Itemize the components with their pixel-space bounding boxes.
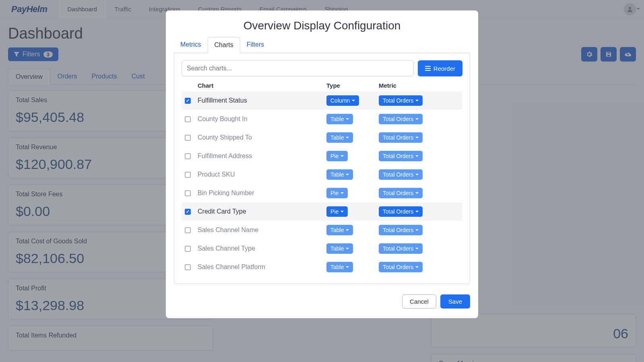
chevron-down-icon: [341, 155, 344, 158]
col-chart: Chart: [198, 82, 326, 89]
chevron-down-icon: [346, 118, 349, 121]
metric-value: Total Orders: [383, 116, 413, 122]
reorder-label: Reorder: [433, 65, 455, 72]
chart-checkbox[interactable]: [185, 116, 191, 122]
cancel-button[interactable]: Cancel: [402, 294, 436, 309]
chart-name: Fulfillment Address: [198, 152, 326, 160]
type-dropdown[interactable]: Column: [326, 95, 359, 106]
chart-name: County Shipped To: [198, 134, 326, 141]
svg-rect-3: [425, 70, 431, 71]
chart-checkbox[interactable]: [185, 190, 191, 196]
chart-checkbox[interactable]: [185, 246, 191, 252]
metric-value: Total Orders: [383, 97, 413, 104]
metric-dropdown[interactable]: Total Orders: [379, 132, 423, 143]
chart-name: Sales Channel Name: [198, 226, 326, 234]
modal-title: Overview Display Configuration: [174, 19, 470, 32]
chevron-down-icon: [415, 100, 419, 103]
type-value: Pie: [330, 190, 339, 196]
metric-dropdown[interactable]: Total Orders: [379, 243, 423, 254]
save-button[interactable]: Save: [440, 294, 470, 309]
type-value: Pie: [330, 208, 339, 215]
type-dropdown[interactable]: Pie: [326, 188, 348, 198]
chart-checkbox[interactable]: [185, 209, 191, 215]
chart-name: Credit Card Type: [198, 208, 326, 215]
chart-checkbox[interactable]: [185, 98, 191, 104]
modal-footer: Cancel Save: [174, 294, 470, 309]
chevron-down-icon: [415, 229, 419, 232]
metric-dropdown[interactable]: Total Orders: [379, 95, 423, 106]
chart-checkbox[interactable]: [185, 227, 191, 233]
chart-row: Fulfillment AddressPieTotal Orders: [182, 147, 462, 165]
chart-row: County Bought InTableTotal Orders: [182, 110, 462, 128]
modal-tab-charts[interactable]: Charts: [208, 37, 240, 53]
type-dropdown[interactable]: Table: [326, 169, 353, 180]
type-value: Table: [330, 264, 344, 270]
chart-name: Product SKU: [198, 171, 326, 178]
col-type: Type: [326, 82, 379, 89]
chevron-down-icon: [346, 248, 349, 251]
chart-row: Product SKUTableTotal Orders: [182, 165, 462, 184]
chart-row: Sales Channel PlatformTableTotal Orders: [182, 258, 462, 276]
chart-name: County Bought In: [198, 115, 326, 123]
modal-overlay[interactable]: Overview Display Configuration MetricsCh…: [0, 0, 644, 362]
type-dropdown[interactable]: Table: [326, 114, 353, 124]
chart-row: County Shipped ToTableTotal Orders: [182, 128, 462, 147]
svg-rect-1: [425, 66, 431, 67]
svg-rect-2: [425, 68, 431, 69]
type-value: Table: [330, 171, 344, 178]
reorder-button[interactable]: Reorder: [418, 60, 462, 76]
metric-dropdown[interactable]: Total Orders: [379, 188, 423, 198]
chart-row: Bin Picking NumberPieTotal Orders: [182, 184, 462, 202]
metric-value: Total Orders: [383, 171, 413, 178]
chevron-down-icon: [415, 137, 419, 140]
type-dropdown[interactable]: Table: [326, 243, 353, 254]
chevron-down-icon: [341, 211, 344, 214]
chart-name: Bin Picking Number: [198, 189, 326, 197]
col-metric: Metric: [379, 82, 459, 89]
type-value: Pie: [330, 153, 339, 159]
type-dropdown[interactable]: Pie: [326, 206, 348, 217]
metric-dropdown[interactable]: Total Orders: [379, 262, 423, 272]
search-charts-input[interactable]: [182, 60, 414, 76]
metric-dropdown[interactable]: Total Orders: [379, 206, 423, 217]
type-value: Table: [330, 134, 344, 141]
type-dropdown[interactable]: Table: [326, 225, 353, 235]
config-modal: Overview Display Configuration MetricsCh…: [166, 10, 478, 318]
metric-value: Total Orders: [383, 245, 413, 252]
chart-row: Fulfillment StatusColumnTotal Orders: [182, 91, 462, 110]
modal-body: Reorder Chart Type Metric Fulfillment St…: [174, 53, 470, 284]
chevron-down-icon: [415, 192, 419, 195]
type-dropdown[interactable]: Table: [326, 132, 353, 143]
chart-list: Fulfillment StatusColumnTotal OrdersCoun…: [182, 91, 462, 276]
modal-tabs: MetricsChartsFilters: [174, 37, 470, 53]
chart-checkbox[interactable]: [185, 135, 191, 141]
metric-dropdown[interactable]: Total Orders: [379, 169, 423, 180]
chevron-down-icon: [346, 137, 349, 140]
type-value: Table: [330, 227, 344, 233]
chevron-down-icon: [346, 266, 349, 269]
chevron-down-icon: [415, 155, 419, 158]
chart-list-header: Chart Type Metric: [182, 76, 462, 91]
chart-row: Credit Card TypePieTotal Orders: [182, 202, 462, 221]
metric-dropdown[interactable]: Total Orders: [379, 225, 423, 235]
metric-value: Total Orders: [383, 208, 413, 215]
chart-checkbox[interactable]: [185, 153, 191, 159]
list-icon: [425, 66, 431, 71]
type-dropdown[interactable]: Table: [326, 262, 353, 272]
metric-value: Total Orders: [383, 264, 413, 270]
metric-value: Total Orders: [383, 134, 413, 141]
metric-dropdown[interactable]: Total Orders: [379, 151, 423, 161]
modal-tab-filters[interactable]: Filters: [240, 37, 271, 53]
chevron-down-icon: [346, 174, 349, 177]
type-dropdown[interactable]: Pie: [326, 151, 348, 161]
modal-tab-metrics[interactable]: Metrics: [174, 37, 208, 53]
chevron-down-icon: [352, 100, 355, 103]
chevron-down-icon: [415, 118, 419, 121]
chart-row: Sales Channel NameTableTotal Orders: [182, 221, 462, 239]
metric-dropdown[interactable]: Total Orders: [379, 114, 423, 124]
chart-row: Sales Channel TypeTableTotal Orders: [182, 239, 462, 258]
chevron-down-icon: [415, 248, 419, 251]
chart-checkbox[interactable]: [185, 172, 191, 178]
chevron-down-icon: [341, 192, 344, 195]
chart-checkbox[interactable]: [185, 264, 191, 270]
